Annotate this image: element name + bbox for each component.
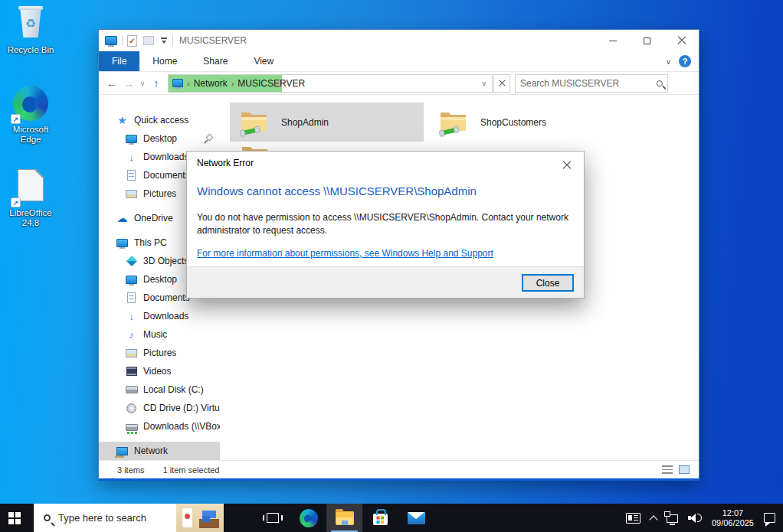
search-highlight-art[interactable] xyxy=(176,504,224,532)
sidebar-item-cd-drive-d[interactable]: CD Drive (D:) Virtua xyxy=(99,399,220,417)
new-folder-icon[interactable] xyxy=(143,36,154,45)
dialog-close-button[interactable] xyxy=(557,158,577,173)
start-button[interactable] xyxy=(0,504,34,532)
downloads-icon: ↓ xyxy=(125,151,138,164)
help-and-support-link[interactable]: For more information about permissions, … xyxy=(197,248,493,259)
details-view-icon[interactable] xyxy=(662,465,673,474)
sidebar-item-downloads-pc[interactable]: ↓ Downloads xyxy=(99,307,220,325)
desktop-icon-label: Recycle Bin xyxy=(2,45,59,55)
navigation-bar: ← → ∨ ↑ › Network › MUSICSERVER ∨ xyxy=(99,72,699,95)
address-bar[interactable]: › Network › MUSICSERVER ∨ xyxy=(168,74,493,93)
minimize-icon xyxy=(609,41,617,41)
task-view-button[interactable] xyxy=(254,504,290,532)
stop-button[interactable] xyxy=(493,74,510,93)
mail-icon xyxy=(408,512,425,524)
breadcrumb-musicserver[interactable]: MUSICSERVER xyxy=(238,78,305,89)
tab-share[interactable]: Share xyxy=(190,51,241,71)
sidebar-item-desktop[interactable]: Desktop xyxy=(99,129,220,148)
microsoft-store-icon xyxy=(373,514,388,525)
taskbar-clock[interactable]: 12:07 09/06/2025 xyxy=(712,508,754,528)
system-tray: 12:07 09/06/2025 xyxy=(626,504,783,532)
this-pc-icon xyxy=(116,239,128,247)
file-name: ShopAdmin xyxy=(281,117,329,128)
large-icons-view-icon[interactable] xyxy=(679,465,690,474)
maximize-button[interactable] xyxy=(630,30,664,51)
tab-home[interactable]: Home xyxy=(139,51,190,71)
desktop-icon xyxy=(126,276,137,284)
item-count: 3 items xyxy=(117,465,144,475)
up-button[interactable]: ↑ xyxy=(148,77,165,90)
status-bar: 3 items 1 item selected xyxy=(99,460,699,478)
volume-tray-icon[interactable] xyxy=(688,514,702,523)
sidebar-item-pictures-pc[interactable]: Pictures xyxy=(99,344,220,362)
cd-drive-icon xyxy=(126,403,136,413)
desktop-icon-libreoffice[interactable]: ↗ LibreOffice 24.8 xyxy=(2,167,59,228)
explorer-search-input[interactable] xyxy=(520,78,657,89)
maximize-icon xyxy=(644,38,650,44)
desktop-icon-edge[interactable]: ↗ Microsoft Edge xyxy=(2,86,59,145)
file-item-shopadmin[interactable]: ShopAdmin xyxy=(230,103,424,142)
help-icon[interactable]: ? xyxy=(679,55,691,67)
close-icon xyxy=(562,161,572,170)
task-view-icon xyxy=(267,513,279,523)
mail-taskbar-button[interactable] xyxy=(398,504,434,532)
breadcrumb-network[interactable]: Network xyxy=(194,78,228,89)
shortcut-arrow-icon: ↗ xyxy=(11,114,21,124)
store-taskbar-button[interactable] xyxy=(362,504,398,532)
taskbar-search-box[interactable] xyxy=(34,504,224,532)
dialog-title: Network Error xyxy=(197,158,254,168)
3d-objects-icon xyxy=(126,256,136,266)
documents-icon xyxy=(127,292,136,303)
file-explorer-taskbar-button[interactable] xyxy=(326,504,362,532)
ribbon-tabs: File Home Share View ∨ ? xyxy=(99,51,699,72)
file-explorer-icon xyxy=(336,511,354,525)
properties-icon[interactable]: ✓ xyxy=(127,35,137,47)
shared-folder-icon xyxy=(438,108,469,137)
sidebar-item-local-disk-c[interactable]: Local Disk (C:) xyxy=(99,380,220,399)
documents-icon xyxy=(127,170,136,181)
taskbar: 12:07 09/06/2025 xyxy=(0,504,783,532)
sidebar-item-videos[interactable]: Videos xyxy=(99,362,220,380)
desktop-icon-label: Microsoft Edge xyxy=(2,125,59,145)
customize-quick-access-toolbar-icon[interactable] xyxy=(160,37,168,44)
action-center-icon[interactable] xyxy=(764,513,775,523)
news-widget-icon[interactable] xyxy=(626,513,640,524)
sidebar-item-network[interactable]: Network xyxy=(99,442,220,460)
expand-ribbon-icon[interactable]: ∨ xyxy=(666,57,671,66)
desktop-icon-recycle-bin[interactable]: ♻ Recycle Bin xyxy=(2,6,59,55)
onedrive-cloud-icon: ☁ xyxy=(116,212,129,225)
forward-button[interactable]: → xyxy=(120,77,137,90)
network-tray-icon[interactable] xyxy=(667,514,678,523)
close-button[interactable] xyxy=(664,30,699,51)
recent-locations-dropdown-icon[interactable]: ∨ xyxy=(137,80,148,87)
network-error-dialog: Network Error Windows cannot access \\MU… xyxy=(186,151,585,299)
back-button[interactable]: ← xyxy=(103,77,120,90)
tab-view[interactable]: View xyxy=(241,51,287,71)
address-dropdown-icon[interactable]: ∨ xyxy=(476,80,492,87)
edge-icon xyxy=(300,509,318,527)
tab-file[interactable]: File xyxy=(99,51,139,71)
selection-count: 1 item selected xyxy=(162,465,219,475)
taskbar-search-input[interactable] xyxy=(58,512,158,524)
minimize-button[interactable] xyxy=(595,30,630,51)
search-icon xyxy=(44,514,51,521)
window-title: MUSICSERVER xyxy=(179,35,247,46)
close-button[interactable]: Close xyxy=(522,274,574,292)
recycle-bin-icon: ♻ xyxy=(12,6,49,43)
sidebar-item-music[interactable]: ♪ Music xyxy=(99,325,220,344)
windows-logo-icon xyxy=(8,512,14,517)
shared-folder-icon xyxy=(239,108,270,137)
close-icon xyxy=(677,36,686,45)
videos-icon xyxy=(126,367,137,376)
explorer-search-box[interactable] xyxy=(515,74,668,93)
search-icon xyxy=(657,80,663,86)
recycle-symbol-icon: ♻ xyxy=(19,16,42,31)
sidebar-item-downloads-vbox[interactable]: Downloads (\\VBox xyxy=(99,417,220,436)
show-hidden-icons-chevron[interactable] xyxy=(649,515,657,524)
network-icon xyxy=(116,447,128,455)
music-icon: ♪ xyxy=(125,328,138,341)
edge-icon: ↗ xyxy=(12,86,49,122)
edge-taskbar-button[interactable] xyxy=(290,504,326,532)
file-item-shopcustomers[interactable]: ShopCustomers xyxy=(429,103,623,142)
sidebar-item-quick-access[interactable]: ★ Quick access xyxy=(99,111,220,129)
